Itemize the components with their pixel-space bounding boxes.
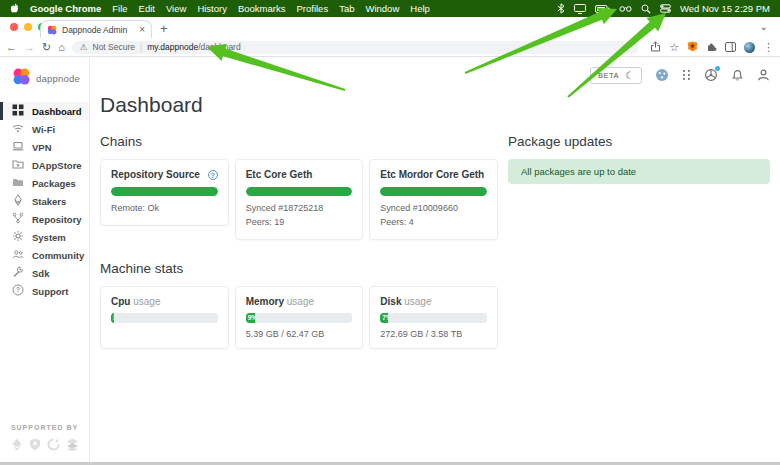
tab-search-chevron-icon[interactable]: ⌄: [760, 21, 768, 32]
gnosis-shield-logo: [29, 437, 41, 455]
home-button[interactable]: ⌂: [58, 42, 65, 53]
browser-tab[interactable]: Dappnode Admin ×: [40, 20, 152, 38]
menu-window[interactable]: Window: [365, 3, 399, 14]
page-title: Dashboard: [100, 93, 770, 117]
stat-card-disk: Disk usage 7% 272.69 GB / 3.58 TB: [369, 286, 498, 349]
brand[interactable]: dappnode: [0, 57, 89, 102]
reload-button[interactable]: ↻: [42, 42, 51, 53]
supported-by-label: SUPPORTED BY: [0, 424, 89, 431]
bookmark-star-icon[interactable]: ☆: [669, 42, 679, 53]
layers-logo: [66, 437, 79, 455]
menu-help[interactable]: Help: [410, 3, 430, 14]
help-icon[interactable]: ?: [208, 170, 218, 180]
chain-name: Etc Core Geth: [246, 169, 313, 180]
window-minimize-button[interactable]: [24, 23, 32, 31]
metamask-extension-icon[interactable]: [687, 38, 698, 56]
sidebar-item-label: System: [32, 232, 66, 243]
screen: Google Chrome File Edit View History Boo…: [0, 0, 780, 465]
sidebar-item-sdk[interactable]: Sdk: [0, 264, 89, 282]
back-button[interactable]: ←: [6, 42, 17, 53]
sidebar-item-repository[interactable]: Repository: [0, 210, 89, 228]
network-helm-icon[interactable]: [704, 68, 718, 82]
wifi-icon: [12, 122, 24, 136]
giveth-logo: [47, 437, 60, 455]
sidebar-item-label: Stakers: [32, 196, 66, 207]
forward-button[interactable]: →: [24, 42, 35, 53]
gear-icon: [12, 230, 24, 244]
menubar-clock[interactable]: Wed Nov 15 2:29 PM: [680, 3, 770, 14]
stat-card-memory: Memory usage 9% 5.39 GB / 62.47 GB: [235, 286, 364, 349]
chain-status-line: Remote: Ok: [111, 202, 218, 216]
menu-profiles[interactable]: Profiles: [296, 3, 328, 14]
menu-edit[interactable]: Edit: [139, 3, 155, 14]
new-tab-button[interactable]: +: [160, 21, 168, 36]
stat-detail: 272.69 GB / 3.58 TB: [380, 329, 487, 339]
tab-close-icon[interactable]: ×: [139, 24, 145, 35]
chain-peers-line: Peers: 19: [246, 216, 353, 230]
not-secure-warning-icon[interactable]: ⚠: [80, 42, 88, 52]
sidebar-item-label: Sdk: [32, 268, 49, 279]
menu-bookmarks[interactable]: Bookmarks: [238, 3, 286, 14]
chrome-menu-icon[interactable]: ⋮: [763, 42, 774, 53]
packages-up-to-date-alert: All packages are up to date: [508, 159, 770, 184]
spotlight-search-icon[interactable]: [641, 4, 651, 14]
chrome-toolbar: ← → ↻ ⌂ ⚠ Not Secure | my.dappnode/dashb…: [0, 38, 780, 57]
menubar-app-name[interactable]: Google Chrome: [30, 3, 101, 14]
sidebar-item-packages[interactable]: Packages: [0, 174, 89, 192]
sidebar-item-wifi[interactable]: Wi-Fi: [0, 120, 89, 138]
apple-menu-icon[interactable]: [10, 3, 19, 14]
menu-history[interactable]: History: [197, 3, 227, 14]
stat-suffix: usage: [133, 296, 160, 307]
main-content: BETA ☾ Dash: [90, 57, 780, 465]
sidebar-item-label: Wi-Fi: [32, 124, 55, 135]
profile-avatar[interactable]: [744, 42, 755, 53]
sidebar-item-support[interactable]: ? Support: [0, 282, 89, 300]
display-icon[interactable]: [574, 4, 586, 14]
chains-heading: Chains: [100, 134, 498, 149]
tab-favicon: [47, 21, 57, 39]
battery-icon[interactable]: [595, 5, 610, 13]
chain-progress-bar: [380, 187, 487, 196]
bell-icon[interactable]: [731, 68, 744, 82]
user-icon[interactable]: [757, 68, 770, 82]
chain-status-line: Synced #18725218: [246, 202, 353, 216]
dappnode-app: dappnode Dashboard Wi-Fi VPN DAppStore P…: [0, 57, 780, 465]
bluetooth-icon[interactable]: [557, 3, 565, 14]
connection-status-globe-icon[interactable]: [655, 68, 669, 82]
chrome-tabstrip: Dappnode Admin × + ⌄: [0, 17, 780, 38]
sidebar-item-vpn[interactable]: VPN: [0, 138, 89, 156]
share-icon[interactable]: [650, 38, 661, 56]
stat-card-cpu: Cpu usage 3%: [100, 286, 229, 349]
metrics-icon[interactable]: [682, 69, 691, 81]
sidebar-item-stakers[interactable]: Stakers: [0, 192, 89, 210]
sidebar-item-system[interactable]: System: [0, 228, 89, 246]
chain-card-etc-core-geth: Etc Core Geth Synced #18725218 Peers: 19: [235, 159, 364, 240]
menu-view[interactable]: View: [166, 3, 186, 14]
sidebar-item-label: Support: [32, 286, 68, 297]
chain-name: Repository Source: [111, 169, 200, 180]
beta-badge[interactable]: BETA ☾: [590, 67, 642, 84]
ethereum-foundation-logo: [11, 437, 23, 455]
folder-plus-icon: [12, 158, 24, 172]
sidebar-item-dashboard[interactable]: Dashboard: [0, 102, 89, 120]
chain-status-line: Synced #10009660: [380, 202, 487, 216]
sidebar-item-label: Dashboard: [32, 106, 82, 117]
sidebar-item-dappstore[interactable]: DAppStore: [0, 156, 89, 174]
sidebar-item-community[interactable]: Community: [0, 246, 89, 264]
menu-tab[interactable]: Tab: [339, 3, 354, 14]
sidebar-item-label: DAppStore: [32, 160, 82, 171]
menu-file[interactable]: File: [112, 3, 127, 14]
chain-progress-bar: [246, 187, 353, 196]
chain-progress-bar: [111, 187, 218, 196]
address-bar[interactable]: ⚠ Not Secure | my.dappnode/dashboard: [72, 41, 639, 54]
control-center-icon[interactable]: [660, 4, 671, 13]
extensions-puzzle-icon[interactable]: [706, 38, 717, 56]
window-close-button[interactable]: [10, 23, 18, 31]
stat-name: Disk: [380, 296, 401, 307]
dark-mode-moon-icon[interactable]: ☾: [625, 70, 634, 81]
package-updates-heading: Package updates: [508, 134, 770, 149]
glasses-icon[interactable]: [619, 4, 632, 13]
side-panel-icon[interactable]: [725, 38, 736, 56]
sidebar: dappnode Dashboard Wi-Fi VPN DAppStore P…: [0, 57, 90, 465]
sidebar-item-label: VPN: [32, 142, 52, 153]
